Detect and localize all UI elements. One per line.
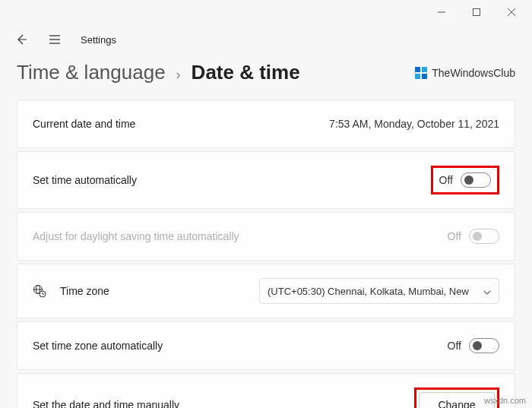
minimize-button[interactable]	[424, 0, 459, 24]
chevron-right-icon: ›	[176, 67, 181, 83]
timezone-label: Time zone	[60, 285, 109, 297]
highlight-box: Off	[431, 166, 499, 195]
current-datetime-value: 7:53 AM, Monday, October 11, 2021	[329, 118, 499, 130]
dst-label: Adjust for daylight saving time automati…	[33, 230, 239, 242]
svg-rect-1	[473, 9, 480, 16]
brand: TheWindowsClub	[415, 67, 515, 79]
set-timezone-auto-label: Set time zone automatically	[33, 340, 163, 352]
set-time-auto-card: Set time automatically Off	[17, 151, 515, 209]
window-titlebar	[0, 0, 532, 24]
toggle-knob	[464, 176, 473, 185]
dst-toggle-group: Off	[448, 229, 499, 244]
close-button[interactable]	[494, 0, 529, 24]
set-timezone-auto-toggle[interactable]	[469, 338, 499, 353]
brand-text: TheWindowsClub	[432, 67, 515, 79]
globe-clock-icon	[33, 284, 46, 298]
set-timezone-auto-card: Set time zone automatically Off	[17, 321, 515, 370]
watermark: wsxdn.com	[484, 396, 526, 405]
timezone-selected: (UTC+05:30) Chennai, Kolkata, Mumbai, Ne…	[268, 286, 477, 297]
set-time-auto-label: Set time automatically	[33, 174, 137, 186]
svg-rect-10	[422, 74, 427, 79]
svg-rect-8	[422, 67, 427, 72]
current-datetime-card: Current date and time 7:53 AM, Monday, O…	[17, 100, 515, 148]
toggle-state-text: Off	[448, 340, 461, 352]
toggle-knob	[473, 341, 482, 350]
svg-rect-9	[415, 74, 420, 79]
toggle-state-text: Off	[439, 174, 453, 186]
timezone-card: Time zone (UTC+05:30) Chennai, Kolkata, …	[17, 264, 515, 318]
chevron-down-icon	[483, 286, 491, 297]
svg-rect-7	[415, 67, 420, 72]
breadcrumb: Time & language › Date & time	[17, 61, 300, 84]
toggle-knob	[473, 232, 482, 241]
timezone-dropdown[interactable]: (UTC+05:30) Chennai, Kolkata, Mumbai, Ne…	[259, 278, 499, 304]
breadcrumb-parent[interactable]: Time & language	[17, 61, 166, 84]
top-bar: Settings	[0, 24, 532, 55]
toggle-state-text: Off	[448, 230, 461, 242]
current-datetime-label: Current date and time	[33, 118, 135, 130]
set-time-auto-toggle[interactable]	[461, 172, 491, 188]
page-header: Time & language › Date & time TheWindows…	[0, 55, 532, 93]
breadcrumb-current: Date & time	[192, 61, 300, 84]
menu-icon[interactable]	[47, 32, 62, 47]
set-time-auto-toggle-group: Off	[439, 172, 491, 188]
dst-toggle	[469, 229, 499, 244]
back-button[interactable]	[14, 32, 29, 47]
content-area: Current date and time 7:53 AM, Monday, O…	[0, 93, 532, 408]
manual-datetime-card: Set the date and time manually Change	[17, 373, 515, 408]
app-title: Settings	[81, 34, 116, 46]
brand-logo-icon	[415, 67, 427, 79]
maximize-button[interactable]	[459, 0, 494, 24]
manual-datetime-label: Set the date and time manually	[33, 399, 179, 408]
set-timezone-auto-toggle-group: Off	[448, 338, 499, 353]
dst-card: Adjust for daylight saving time automati…	[17, 212, 515, 261]
